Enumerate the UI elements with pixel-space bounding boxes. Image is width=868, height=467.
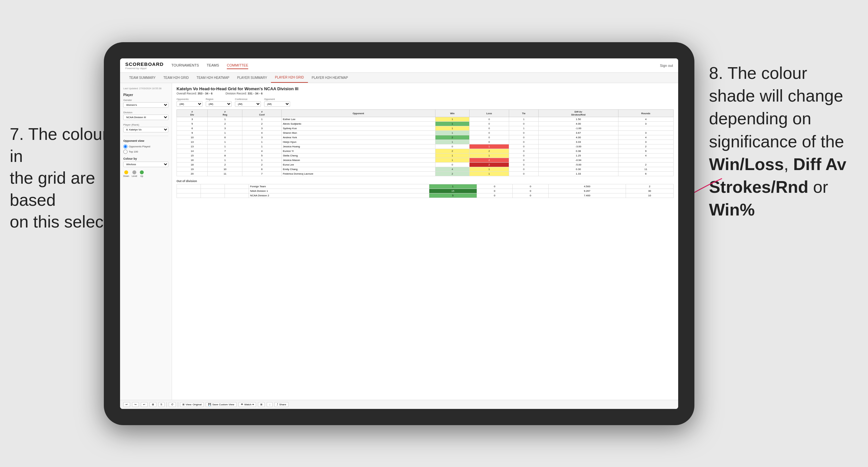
- radio-top100-label: Top 100: [129, 150, 138, 153]
- th-div: #Div: [177, 110, 208, 117]
- sidebar-division-field: Division NCAA Division III: [123, 111, 168, 120]
- sidebar-division-select[interactable]: NCAA Division III: [123, 115, 168, 120]
- out-of-division-table: Foreign Team1004.5002NAIA Division 11500…: [177, 184, 674, 198]
- table-row: 633Sydney Kuo101-1.00: [177, 126, 674, 131]
- table-row: 19106Emily Chang4100.3011: [177, 167, 674, 172]
- legend-up: Up: [140, 170, 144, 177]
- filter-opponents: Opponents: (All): [177, 98, 203, 107]
- toolbar-divider-1: [166, 402, 167, 407]
- sidebar-gender-field: Gender Women's: [123, 99, 168, 108]
- bottom-toolbar: ↩ ↪ ↩ ⊞ ⎘ ⏱ ⊞ View: Original 💾 Save Cust…: [120, 400, 678, 409]
- sidebar-division-label: Division: [123, 111, 168, 114]
- filters-row: Opponents: (All) Region (All) Conference: [177, 98, 674, 107]
- paste-btn[interactable]: ⎘: [158, 402, 164, 407]
- redo-btn[interactable]: ↪: [132, 402, 139, 407]
- watch-btn[interactable]: 👁 Watch ▾: [239, 402, 256, 407]
- sidebar: Last Updated: 27/03/2024 16:55:38 Player…: [120, 83, 172, 400]
- save-icon: 💾: [208, 403, 211, 406]
- ood-table-row: NAIA Division 115009.26730: [177, 189, 674, 193]
- table-row: 1063Andrea York2004.004: [177, 135, 674, 140]
- sidebar-divider: [123, 136, 168, 136]
- opponents-select[interactable]: (All): [177, 101, 203, 107]
- logo-area: SCOREBOARD Powered by clippd: [125, 61, 163, 70]
- nav-sign-out[interactable]: Sign out: [660, 64, 673, 67]
- filter-conference: Conference (All): [235, 98, 261, 107]
- nav-committee[interactable]: COMMITTEE: [227, 62, 248, 69]
- view-original-btn[interactable]: ⊞ View: Original: [180, 402, 204, 407]
- undo-btn[interactable]: ↩: [123, 402, 130, 407]
- sub-nav-team-h2h-heatmap[interactable]: TEAM H2H HEATMAP: [193, 73, 233, 83]
- main-data-table: #Div #Reg #Conf Opponent Win Loss Tie Di…: [177, 110, 674, 176]
- division-record: Division Record: 331 - 34 - 6: [225, 92, 262, 95]
- sidebar-player-title: Player: [123, 93, 168, 97]
- radio-group: Opponents Played Top 100: [123, 145, 168, 154]
- radio-top100[interactable]: [123, 150, 127, 154]
- conference-select[interactable]: (All): [235, 101, 261, 107]
- sidebar-gender-label: Gender: [123, 99, 168, 101]
- top-nav: SCOREBOARD Powered by clippd TOURNAMENTS…: [120, 58, 678, 73]
- filter-region: Region (All): [206, 98, 232, 107]
- layout-btn[interactable]: ⊞: [258, 402, 265, 407]
- th-diff: Diff AvStrokes/Rnd: [539, 110, 618, 117]
- nav-tournaments[interactable]: TOURNAMENTS: [171, 62, 199, 69]
- legend-dot-level: [132, 170, 136, 174]
- sub-nav-player-h2h-heatmap[interactable]: PLAYER H2H HEATMAP: [308, 73, 352, 83]
- ood-table-row: NCAA Division 25007.40010: [177, 193, 674, 198]
- sub-nav-team-h2h-grid[interactable]: TEAM H2H GRID: [160, 73, 193, 83]
- undo2-btn[interactable]: ↩: [141, 402, 148, 407]
- table-row: 1311Jessica Huang010-3.002: [177, 145, 674, 149]
- sidebar-gender-select[interactable]: Women's: [123, 102, 168, 108]
- annotation-right: 8. The colour shade will change dependin…: [709, 62, 858, 221]
- records-row: Overall Record: 353 - 34 - 6 Division Re…: [177, 92, 674, 98]
- table-row: 1311Heejo Hyun1003.333: [177, 140, 674, 145]
- watch-icon: 👁: [241, 403, 243, 406]
- legend-dot-up: [140, 170, 144, 174]
- grid-area: Katelyn Vo Head-to-Head Grid for Women's…: [172, 83, 678, 400]
- sub-nav-player-h2h-grid[interactable]: PLAYER H2H GRID: [271, 73, 308, 83]
- radio-opponents-played[interactable]: [123, 145, 127, 149]
- sub-nav-team-summary[interactable]: TEAM SUMMARY: [125, 73, 160, 83]
- sidebar-player-rank-field: Player (Rank) 8. Katelyn Vo: [123, 123, 168, 132]
- logo-sub: Powered by clippd: [125, 67, 163, 70]
- save-custom-btn[interactable]: 💾 Save Custom View: [206, 402, 236, 407]
- grid-btn[interactable]: ::: [267, 402, 273, 407]
- table-header-row: #Div #Reg #Conf Opponent Win Loss Tie Di…: [177, 110, 674, 117]
- legend-dot-down: [124, 170, 128, 174]
- legend: Down Level Up: [123, 170, 168, 177]
- table-row: 1611Jessica Mason120-0.94: [177, 158, 674, 163]
- th-reg: #Reg: [208, 110, 242, 117]
- grid-title: Katelyn Vo Head-to-Head Grid for Women's…: [177, 86, 674, 91]
- th-conf: #Conf: [242, 110, 281, 117]
- share-btn[interactable]: ⤴ Share: [275, 402, 288, 407]
- copy-btn[interactable]: ⊞: [150, 402, 156, 407]
- table-row: 1474Eunice Yi2200.389: [177, 149, 674, 154]
- sub-nav: TEAM SUMMARY TEAM H2H GRID TEAM H2H HEAT…: [120, 73, 678, 83]
- overall-record: Overall Record: 353 - 34 - 6: [177, 92, 213, 95]
- sidebar-player-rank-select[interactable]: 8. Katelyn Vo: [123, 127, 168, 132]
- th-win: Win: [435, 110, 469, 117]
- sidebar-timestamp: Last Updated: 27/03/2024 16:55:38: [123, 87, 168, 90]
- sidebar-player-rank-label: Player (Rank): [123, 123, 168, 126]
- table-row: 1822Euna Lee020-5.002: [177, 163, 674, 167]
- table-row: 1585Stella Cheng1101.254: [177, 154, 674, 158]
- view-icon: ⊞: [182, 403, 185, 406]
- ood-table-row: Foreign Team1004.5002: [177, 184, 674, 189]
- radio-opponents-played-label: Opponents Played: [129, 145, 150, 148]
- tablet-device: SCOREBOARD Powered by clippd TOURNAMENTS…: [104, 42, 694, 425]
- logo-text: SCOREBOARD: [125, 61, 163, 67]
- sub-nav-player-summary[interactable]: PLAYER SUMMARY: [233, 73, 271, 83]
- legend-down: Down: [123, 170, 129, 177]
- region-select[interactable]: (All): [206, 101, 232, 107]
- clock-btn[interactable]: ⏱: [169, 402, 176, 407]
- share-icon: ⤴: [277, 403, 278, 406]
- nav-right: Sign out: [660, 64, 673, 67]
- th-rounds: Rounds: [618, 110, 673, 117]
- nav-teams[interactable]: TEAMS: [207, 62, 219, 69]
- th-loss: Loss: [469, 110, 509, 117]
- table-row: 20117Federica Domecq Lacroze2101.336: [177, 172, 674, 176]
- main-content: Last Updated: 27/03/2024 16:55:38 Player…: [120, 83, 678, 400]
- tablet-screen: SCOREBOARD Powered by clippd TOURNAMENTS…: [120, 58, 678, 409]
- opponent-select[interactable]: (All): [264, 101, 290, 107]
- toolbar-divider-2: [178, 402, 178, 407]
- colour-by-select[interactable]: Win/loss Diff Av Strokes/Rnd Win%: [123, 162, 168, 167]
